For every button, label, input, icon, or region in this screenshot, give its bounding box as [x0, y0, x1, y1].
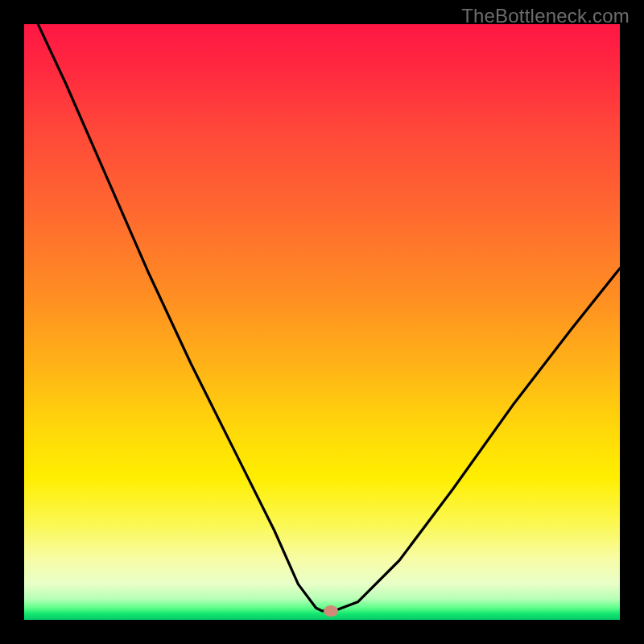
chart-stage: TheBottleneck.com	[0, 0, 644, 644]
watermark-text: TheBottleneck.com	[461, 5, 630, 27]
minimum-marker	[324, 605, 338, 617]
bottleneck-curve	[24, 24, 620, 620]
curve-path	[24, 24, 620, 611]
plot-area	[24, 24, 620, 620]
